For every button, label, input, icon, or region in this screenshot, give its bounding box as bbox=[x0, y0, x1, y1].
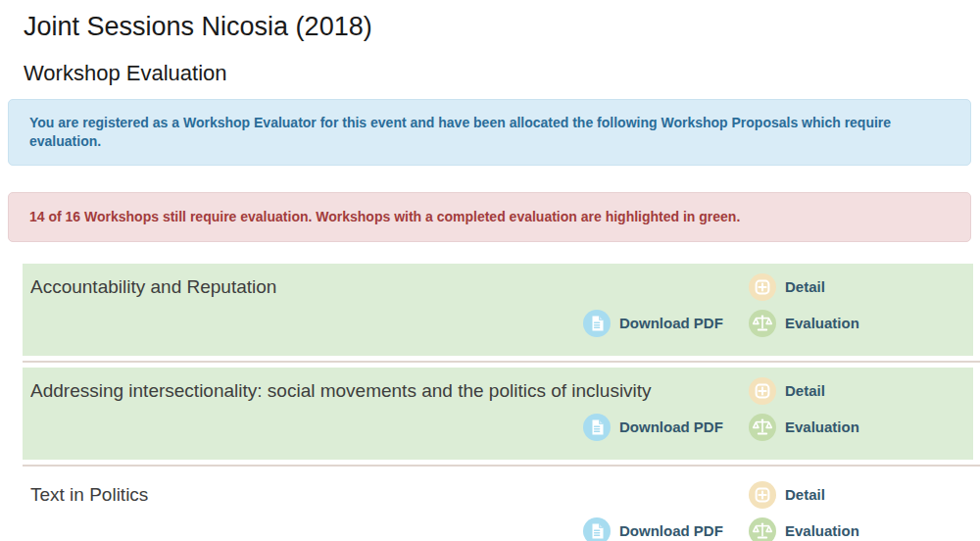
detail-label: Detail bbox=[785, 377, 825, 405]
detail-label: Detail bbox=[785, 481, 825, 509]
plus-square-icon bbox=[749, 273, 776, 301]
plus-square-icon bbox=[749, 481, 776, 509]
page-title: Joint Sessions Nicosia (2018) bbox=[24, 12, 980, 41]
scales-icon bbox=[749, 517, 776, 541]
download-pdf-label: Download PDF bbox=[619, 414, 723, 441]
detail-label: Detail bbox=[785, 273, 825, 301]
evaluation-button[interactable]: Evaluation bbox=[749, 310, 859, 337]
workshop-title: Text in Politics bbox=[30, 483, 560, 507]
evaluation-button[interactable]: Evaluation bbox=[749, 414, 859, 441]
workshop-title: Addressing intersectionality: social mov… bbox=[30, 379, 697, 403]
scales-icon bbox=[749, 414, 776, 441]
pdf-file-icon bbox=[583, 414, 611, 441]
pdf-file-icon bbox=[583, 310, 611, 337]
plus-square-icon bbox=[749, 377, 776, 405]
card-separator bbox=[23, 361, 980, 363]
evaluation-label: Evaluation bbox=[785, 414, 859, 441]
download-pdf-label: Download PDF bbox=[619, 517, 723, 541]
download-pdf-button[interactable]: Download PDF bbox=[583, 414, 723, 441]
download-pdf-label: Download PDF bbox=[619, 310, 723, 337]
workshop-title: Accountability and Reputation bbox=[30, 275, 560, 299]
workshop-card: Addressing intersectionality: social mov… bbox=[23, 368, 973, 460]
pdf-file-icon bbox=[583, 517, 611, 541]
detail-button[interactable]: Detail bbox=[749, 377, 825, 405]
workshop-card: Text in Politics Detail Download PDF bbox=[23, 471, 973, 541]
page-subtitle: Workshop Evaluation bbox=[24, 61, 980, 86]
evaluation-label: Evaluation bbox=[785, 517, 859, 541]
info-alert: You are registered as a Workshop Evaluat… bbox=[8, 99, 971, 166]
workshop-card: Accountability and Reputation Detail Dow… bbox=[23, 264, 973, 356]
evaluation-label: Evaluation bbox=[785, 310, 859, 337]
warning-alert: 14 of 16 Workshops still require evaluat… bbox=[8, 192, 971, 242]
download-pdf-button[interactable]: Download PDF bbox=[583, 310, 723, 337]
scales-icon bbox=[749, 310, 776, 337]
workshop-list: Accountability and Reputation Detail Dow… bbox=[23, 264, 973, 541]
download-pdf-button[interactable]: Download PDF bbox=[583, 517, 723, 541]
evaluation-button[interactable]: Evaluation bbox=[749, 517, 859, 541]
detail-button[interactable]: Detail bbox=[749, 481, 825, 509]
card-separator bbox=[23, 465, 980, 467]
detail-button[interactable]: Detail bbox=[749, 273, 825, 301]
